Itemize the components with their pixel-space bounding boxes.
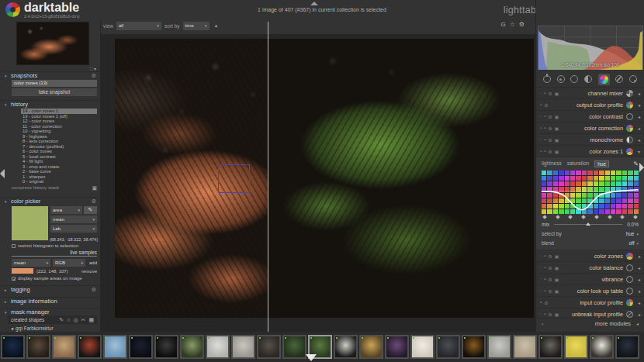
view-filter-dropdown[interactable]: all ▾ — [116, 22, 161, 30]
sample-stat-dropdown[interactable]: mean ▾ — [12, 259, 50, 267]
history-header[interactable]: ▾ history — [0, 100, 101, 108]
star-overlay-icon[interactable]: ☆ — [510, 21, 515, 28]
filmstrip-thumb[interactable] — [282, 335, 306, 359]
ellipse-shape-icon[interactable]: ◎ — [73, 317, 78, 323]
remove-sample-button[interactable]: remove — [81, 269, 97, 274]
picker-mode-dropdown[interactable]: area ▾ — [50, 206, 82, 214]
gear-icon[interactable]: ⚙ — [92, 198, 96, 205]
module-control-icons[interactable]: ▪⚙ — [540, 102, 568, 108]
filmstrip-thumb[interactable] — [487, 335, 511, 359]
grouping-toggle-icon[interactable]: G — [500, 21, 505, 28]
sort-by-dropdown[interactable]: time ▾ — [183, 22, 209, 30]
circle-shape-icon[interactable]: ○ — [67, 317, 70, 323]
histogram[interactable]: 1/640 f/4.0 102mm iso 100 — [538, 26, 643, 70]
module-color-contrast[interactable]: ◦▪⚙▣color contrast◂ — [536, 110, 644, 122]
eyedropper-icon[interactable]: ✎ — [633, 160, 639, 167]
navigation-thumbnail[interactable] — [16, 22, 89, 65]
mix-slider-bar[interactable] — [554, 224, 622, 225]
brush-shape-icon[interactable]: ▦ — [88, 317, 94, 323]
filmstrip-thumb[interactable] — [231, 335, 255, 359]
collapse-bottom-panel-arrow[interactable] — [306, 354, 317, 361]
module-control-icons[interactable]: ◦▪⚙▣ — [540, 91, 568, 96]
module-control-icons[interactable]: ◦▪⚙▣ — [540, 126, 568, 131]
basic-group-tab-icon[interactable] — [570, 75, 578, 83]
snapshots-header[interactable]: ▾ snapshots ⚙ — [0, 71, 101, 79]
expand-top-panel-arrow[interactable] — [310, 2, 318, 5]
mix-slider[interactable]: mix 0.0% — [542, 222, 639, 227]
select-by-combo[interactable]: select by hue ▾ — [542, 231, 639, 236]
more-modules-row[interactable]: ▪ more modules ◂ — [536, 318, 644, 329]
edited-photo[interactable] — [115, 39, 534, 318]
tab-hue[interactable]: hue — [594, 160, 609, 167]
module-input-color-profile[interactable]: ▪⚙input color profile◂ — [536, 296, 644, 308]
filmstrip-thumb[interactable] — [154, 335, 178, 359]
module-color-zones[interactable]: ◦▪⚙▣color zones◂ — [536, 250, 644, 261]
curve-node-handle[interactable] — [556, 215, 560, 219]
module-channel-mixer[interactable]: ◦▪⚙▣channel mixer◂ — [536, 87, 644, 98]
mask-manager-header[interactable]: ▾ mask manager — [0, 308, 101, 315]
module-control-icons[interactable]: ◦▪⚙▣ — [540, 277, 568, 282]
filmstrip-thumb[interactable] — [103, 335, 127, 359]
curve-node-handle[interactable] — [569, 215, 573, 219]
module-control-icons[interactable]: ◦▪⚙▣ — [540, 312, 568, 317]
filmstrip-thumb[interactable] — [436, 335, 460, 359]
compress-history-label[interactable]: compress history stack — [12, 185, 59, 191]
filmstrip-thumb[interactable] — [513, 335, 537, 359]
filmstrip-thumb[interactable] — [359, 335, 383, 359]
compress-icon[interactable]: ▣ — [92, 185, 97, 191]
filmstrip-thumb[interactable] — [129, 335, 153, 359]
color-picker-header[interactable]: ▾ color picker ⚙ — [0, 197, 101, 205]
correction-group-tab-icon[interactable] — [615, 75, 623, 83]
picker-stat-dropdown[interactable]: mean ▾ — [50, 215, 97, 223]
active-modules-tab-icon[interactable] — [543, 75, 551, 83]
module-control-icons[interactable]: ◦▪⚙▣ — [540, 253, 568, 259]
module-control-icons[interactable]: ◦▪⚙▣ — [540, 265, 568, 271]
sample-space-dropdown[interactable]: RGB ▾ — [53, 259, 85, 267]
history-item[interactable]: 0 - original — [21, 179, 97, 184]
settings-gear-icon[interactable]: ⚙ — [519, 21, 525, 28]
filmstrip-thumb[interactable] — [257, 335, 281, 359]
favorites-tab-icon[interactable] — [557, 75, 565, 83]
color-group-tab-selected[interactable] — [598, 74, 610, 85]
snapshot-split-line[interactable] — [268, 22, 268, 332]
take-snapshot-button[interactable]: take snapshot — [12, 88, 97, 96]
sample-color-swatch[interactable] — [12, 268, 33, 274]
filmstrip-thumb[interactable] — [538, 335, 563, 359]
checkbox-checked-icon[interactable]: ✓ — [12, 277, 16, 281]
filmstrip-thumb[interactable] — [26, 335, 50, 359]
darkroom-canvas[interactable]: ▪ ▣ ✒ △ — [101, 34, 535, 332]
color-zones-editor[interactable] — [542, 171, 639, 214]
gear-icon[interactable]: ⚙ — [92, 287, 96, 293]
filmstrip-thumb[interactable] — [385, 335, 409, 359]
filmstrip-thumb[interactable] — [462, 335, 486, 359]
curve-node-handle[interactable] — [542, 215, 547, 219]
restrict-histogram-checkbox-row[interactable]: restrict histogram to selection — [12, 243, 78, 248]
tab-lightness[interactable]: lightness — [542, 160, 562, 167]
filmstrip-thumb[interactable] — [206, 335, 230, 359]
curve-node-handle[interactable] — [581, 215, 586, 219]
module-vibrance[interactable]: ◦▪⚙▣vibrance◂ — [536, 273, 644, 284]
mask-group-row[interactable]: ▸ grp Farbkorrektur — [12, 326, 54, 331]
tab-saturation[interactable]: saturation — [567, 160, 590, 167]
image-information-header[interactable]: ▸ image information — [0, 297, 101, 305]
curve-node-handle[interactable] — [633, 215, 638, 219]
filmstrip-thumb[interactable] — [180, 335, 204, 359]
snapshot-item[interactable]: color zones (13) — [12, 80, 97, 87]
cut-path-icon[interactable]: ✂ — [81, 317, 86, 323]
module-color-look-up-table[interactable]: ◦▪⚙▣color look up table◂ — [536, 284, 644, 296]
compress-history-row[interactable]: compress history stack ▣ — [12, 185, 97, 191]
slider-marker-icon[interactable] — [586, 222, 590, 226]
gear-icon[interactable]: ⚙ — [92, 73, 96, 79]
module-color-zones-1[interactable]: ◦▪⚙▣color zones 1▾ — [536, 145, 644, 157]
navigation-zoom-select[interactable]: ∷ ▾ — [90, 66, 97, 71]
checkbox-unchecked-icon[interactable] — [12, 244, 16, 248]
module-color-balance[interactable]: ◦▪⚙▣color balance◂ — [536, 261, 644, 273]
filmstrip-thumb[interactable] — [590, 335, 614, 359]
eyedropper-button[interactable]: ✎ — [84, 206, 97, 214]
curve-node-handle[interactable] — [594, 215, 599, 219]
module-control-icons[interactable]: ▪⚙ — [540, 300, 568, 305]
more-modules-label[interactable]: more modules — [595, 320, 631, 327]
add-sample-button[interactable]: add — [89, 260, 97, 265]
effects-group-tab-icon[interactable] — [629, 75, 637, 83]
collapse-left-panel-arrow[interactable] — [0, 169, 5, 178]
